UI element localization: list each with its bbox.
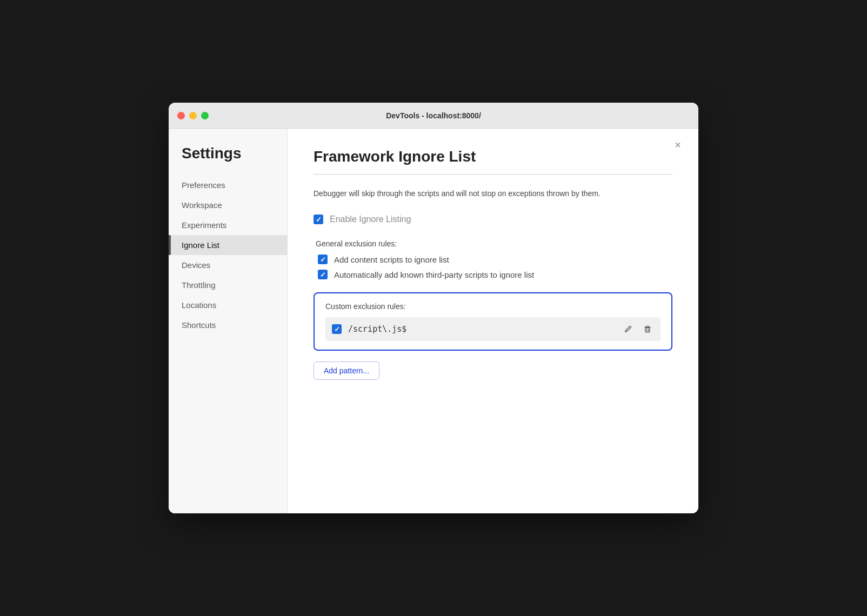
edit-icon	[624, 325, 632, 333]
minimize-traffic-light[interactable]	[189, 112, 197, 119]
add-pattern-button[interactable]: Add pattern...	[314, 361, 379, 380]
close-button[interactable]: ×	[670, 137, 685, 152]
general-rule-row-1: Automatically add known third-party scri…	[314, 270, 672, 279]
sidebar-item-preferences[interactable]: Preferences	[169, 175, 287, 195]
window-body: Settings Preferences Workspace Experimen…	[169, 129, 698, 513]
close-traffic-light[interactable]	[177, 112, 185, 119]
delete-rule-button[interactable]	[641, 323, 654, 336]
page-title: Framework Ignore List	[314, 148, 672, 165]
custom-rule-pattern-0: /script\.js$	[348, 324, 615, 334]
sidebar-item-shortcuts[interactable]: Shortcuts	[169, 315, 287, 335]
general-rule-label-1[interactable]: Automatically add known third-party scri…	[334, 270, 534, 279]
general-exclusion-label: General exclusion rules:	[316, 239, 672, 248]
svg-rect-1	[645, 328, 650, 332]
sidebar-item-locations[interactable]: Locations	[169, 295, 287, 315]
enable-ignore-listing-checkbox[interactable]	[314, 215, 323, 224]
titlebar: DevTools - localhost:8000/	[169, 103, 698, 129]
sidebar-heading: Settings	[169, 145, 287, 175]
general-rule-label-0[interactable]: Add content scripts to ignore list	[334, 255, 449, 264]
enable-ignore-listing-label[interactable]: Enable Ignore Listing	[330, 215, 411, 224]
custom-rule-row-0: /script\.js$	[325, 317, 661, 341]
custom-rule-checkbox-0[interactable]	[332, 324, 342, 334]
page-description: Debugger will skip through the scripts a…	[314, 188, 672, 199]
general-rule-checkbox-0[interactable]	[318, 255, 328, 264]
trash-icon	[643, 325, 652, 333]
sidebar: Settings Preferences Workspace Experimen…	[169, 129, 288, 513]
main-content: × Framework Ignore List Debugger will sk…	[288, 129, 698, 513]
custom-exclusion-label: Custom exclusion rules:	[325, 302, 661, 311]
general-rule-row-0: Add content scripts to ignore list	[314, 255, 672, 264]
general-exclusion-section: General exclusion rules: Add content scr…	[314, 239, 672, 279]
edit-rule-button[interactable]	[622, 323, 635, 336]
general-rule-checkbox-1[interactable]	[318, 270, 328, 279]
sidebar-item-experiments[interactable]: Experiments	[169, 215, 287, 235]
traffic-lights	[177, 112, 209, 119]
maximize-traffic-light[interactable]	[201, 112, 209, 119]
window-title: DevTools - localhost:8000/	[386, 111, 481, 120]
section-divider	[314, 174, 672, 175]
sidebar-item-devices[interactable]: Devices	[169, 255, 287, 275]
custom-exclusion-box: Custom exclusion rules: /script\.js$	[314, 292, 672, 351]
enable-ignore-listing-row: Enable Ignore Listing	[314, 215, 672, 224]
devtools-window: DevTools - localhost:8000/ Settings Pref…	[169, 103, 698, 513]
sidebar-item-workspace[interactable]: Workspace	[169, 195, 287, 215]
sidebar-item-throttling[interactable]: Throttling	[169, 275, 287, 295]
sidebar-item-ignore-list[interactable]: Ignore List	[169, 235, 287, 255]
